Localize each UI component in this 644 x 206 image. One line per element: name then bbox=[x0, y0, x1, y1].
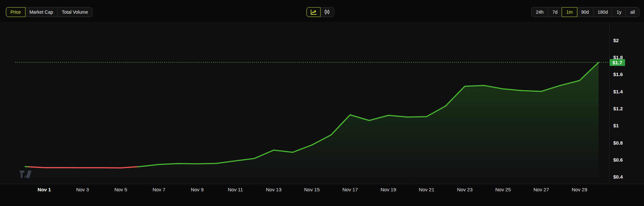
x-tick-label: Nov 1 bbox=[38, 187, 51, 192]
range-1m[interactable]: 1m bbox=[562, 7, 577, 17]
x-tick-label: Nov 19 bbox=[381, 187, 396, 192]
x-tick-label: Nov 13 bbox=[266, 187, 282, 192]
x-tick-label: Nov 9 bbox=[191, 187, 204, 192]
range-all[interactable]: all bbox=[626, 8, 639, 17]
range-180d[interactable]: 180d bbox=[593, 8, 612, 17]
x-tick-label: Nov 17 bbox=[342, 187, 358, 192]
x-tick-label: Nov 21 bbox=[419, 187, 435, 192]
tab-market-cap[interactable]: Market Cap bbox=[25, 8, 58, 17]
time-range-group: 24h 7d 1m 90d 180d 1y all bbox=[531, 7, 639, 17]
x-tick-label: Nov 15 bbox=[304, 187, 320, 192]
y-tick-label: $2 bbox=[613, 38, 619, 43]
candlestick-chart-icon bbox=[324, 9, 330, 15]
candlestick-chart-button[interactable] bbox=[320, 8, 334, 17]
y-tick-label: $1.4 bbox=[613, 89, 623, 94]
x-tick-label: Nov 3 bbox=[76, 187, 89, 192]
y-tick-label: $0.4 bbox=[613, 174, 623, 180]
x-tick-label: Nov 27 bbox=[534, 187, 549, 192]
x-tick-label: Nov 29 bbox=[572, 187, 587, 192]
line-chart-button[interactable] bbox=[306, 7, 321, 17]
range-1y[interactable]: 1y bbox=[612, 8, 626, 17]
x-tick-label: Nov 11 bbox=[228, 187, 243, 192]
line-chart-icon bbox=[310, 9, 317, 15]
chart-type-toggle-group bbox=[306, 7, 334, 17]
x-tick-label: Nov 7 bbox=[153, 187, 165, 192]
tab-total-volume[interactable]: Total Volume bbox=[58, 8, 92, 17]
price-chart[interactable]: $2$1.8$1.6$1.4$1.2$1$0.8$0.6$0.4Nov 1Nov… bbox=[0, 0, 644, 206]
range-90d[interactable]: 90d bbox=[577, 8, 593, 17]
y-tick-label: $1 bbox=[613, 123, 619, 128]
y-tick-label: $0.6 bbox=[613, 157, 623, 163]
x-tick-label: Nov 25 bbox=[495, 187, 511, 192]
x-tick-label: Nov 5 bbox=[114, 187, 127, 192]
y-tick-label: $0.8 bbox=[613, 140, 623, 146]
y-tick-label: $1.6 bbox=[613, 71, 623, 77]
y-tick-label: $1.2 bbox=[613, 106, 623, 111]
metric-tab-group: Price Market Cap Total Volume bbox=[6, 7, 92, 17]
range-7d[interactable]: 7d bbox=[548, 8, 562, 17]
tab-price[interactable]: Price bbox=[6, 7, 25, 17]
x-tick-label: Nov 23 bbox=[457, 187, 473, 192]
range-24h[interactable]: 24h bbox=[532, 8, 548, 17]
tradingview-logo[interactable] bbox=[19, 169, 35, 181]
current-price-badge: $1.7 bbox=[610, 59, 625, 66]
